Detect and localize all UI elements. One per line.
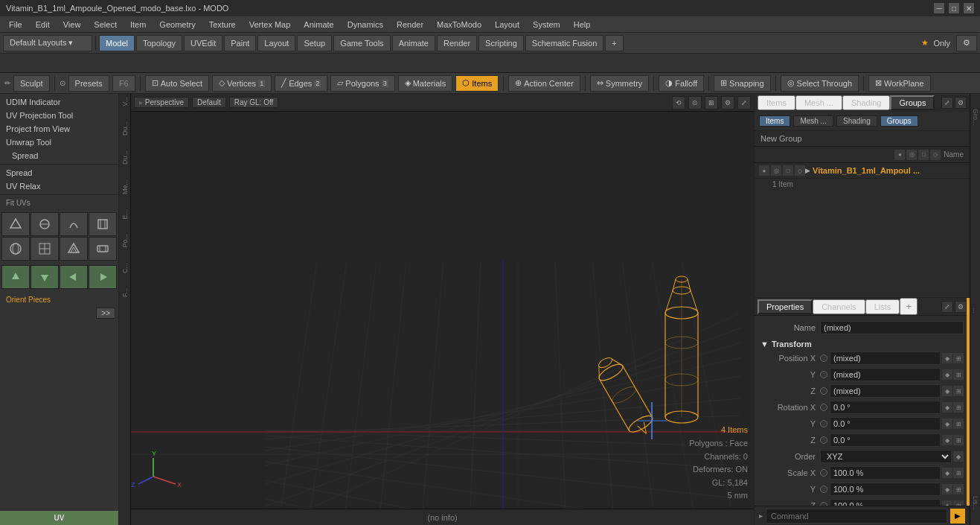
sidebar-item-uv-peeler[interactable]: UV Relax — [0, 179, 118, 193]
tool-btn-2[interactable] — [31, 212, 59, 236]
right-expand-icon[interactable]: ⤢ — [941, 97, 953, 109]
tool-btn-8[interactable] — [89, 237, 117, 261]
arrow-up-btn[interactable] — [1, 265, 30, 289]
pos-y-link-icon[interactable]: ⊞ — [953, 369, 964, 380]
props-tab-add[interactable]: + — [900, 298, 917, 315]
polygons-button[interactable]: ▱ Polygons 3 — [330, 75, 394, 92]
tool-btn-7[interactable] — [60, 237, 88, 261]
edges-button[interactable]: ╱ Edges 2 — [275, 75, 327, 92]
pos-y-input[interactable] — [830, 368, 941, 381]
viewport-expand-icon[interactable]: ⤢ — [737, 96, 751, 109]
select-through-button[interactable]: ◎ Select Through — [781, 75, 859, 92]
items-col-shading-btn[interactable]: Shading — [836, 115, 877, 127]
sidebar-item-uv-projection[interactable]: UV Projection Tool — [0, 109, 118, 122]
maximize-button[interactable]: □ — [949, 3, 959, 13]
pos-z-link-icon[interactable]: ⊞ — [953, 386, 964, 396]
prop-name-input[interactable] — [820, 321, 964, 334]
pos-z-anim-icon[interactable]: ◆ — [942, 386, 952, 396]
tab-animate[interactable]: Animate — [392, 35, 435, 51]
right-tab-shading[interactable]: Shading — [842, 95, 890, 110]
props-settings-icon[interactable]: ⚙ — [955, 301, 967, 313]
table-row[interactable]: ● ◎ □ ◇ ▶ Vitamin_B1_1ml_Ampoul ... — [755, 163, 970, 179]
scale-x-anim-icon[interactable]: ◆ — [942, 468, 952, 478]
rot-y-radio[interactable] — [820, 420, 827, 427]
menu-dynamics[interactable]: Dynamics — [342, 19, 389, 31]
sidebar-item-unwrap[interactable]: Unwrap Tool — [0, 136, 118, 149]
tab-layout[interactable]: Layout — [257, 35, 295, 51]
right-tab-items[interactable]: Items — [758, 95, 795, 110]
scale-z-input[interactable] — [830, 499, 941, 506]
tab-paint[interactable]: Paint — [224, 35, 256, 51]
rot-y-input[interactable] — [830, 417, 941, 430]
arrow-left-btn[interactable] — [60, 265, 88, 289]
materials-button[interactable]: ◈ Materials — [398, 75, 453, 92]
right-tab-mesh[interactable]: Mesh ... — [795, 95, 842, 110]
pos-x-anim-icon[interactable]: ◆ — [942, 353, 952, 363]
rot-x-input[interactable] — [830, 401, 941, 414]
props-tab-lists[interactable]: Lists — [865, 299, 900, 314]
tab-setup[interactable]: Setup — [297, 35, 332, 51]
tab-game-tools[interactable]: Game Tools — [333, 35, 391, 51]
menu-system[interactable]: System — [527, 19, 566, 31]
rot-y-link-icon[interactable]: ⊞ — [953, 419, 964, 429]
rot-x-anim-icon[interactable]: ◆ — [942, 402, 952, 413]
right-settings-icon[interactable]: ⚙ — [955, 97, 967, 109]
menu-help[interactable]: Help — [568, 19, 597, 31]
pos-z-radio[interactable] — [820, 387, 827, 395]
menu-render[interactable]: Render — [391, 19, 429, 31]
tab-render[interactable]: Render — [437, 35, 477, 51]
workplane-button[interactable]: ⊠ WorkPlane — [868, 75, 931, 92]
props-expand-icon[interactable]: ⤢ — [941, 301, 953, 313]
rot-z-anim-icon[interactable]: ◆ — [942, 435, 952, 445]
falloff-button[interactable]: ◑ Falloff — [659, 75, 704, 92]
items-col-mesh-btn[interactable]: Mesh ... — [793, 115, 833, 127]
menu-texture[interactable]: Texture — [203, 19, 242, 31]
viewport-frame-icon[interactable]: ⊞ — [705, 96, 718, 109]
pos-y-radio[interactable] — [820, 371, 827, 378]
symmetry-button[interactable]: ⇔ Symmetry — [590, 75, 650, 92]
menu-item[interactable]: Item — [124, 19, 152, 31]
expand-button[interactable]: >> — [96, 308, 115, 319]
scale-z-link-icon[interactable]: ⊞ — [953, 500, 964, 506]
f6-button[interactable]: F6 — [112, 75, 135, 92]
execute-button[interactable]: ▶ — [950, 509, 965, 524]
scale-x-radio[interactable] — [820, 469, 827, 477]
vertices-button[interactable]: ◇ Vertices 1 — [212, 75, 272, 92]
rot-z-link-icon[interactable]: ⊞ — [953, 435, 964, 445]
arrow-down-btn[interactable] — [31, 265, 59, 289]
menu-geometry[interactable]: Geometry — [153, 19, 201, 31]
rot-x-radio[interactable] — [820, 404, 827, 411]
scale-y-radio[interactable] — [820, 486, 827, 493]
menu-edit[interactable]: Edit — [30, 19, 56, 31]
menu-animate[interactable]: Animate — [298, 19, 339, 31]
tab-uvedit[interactable]: UVEdit — [184, 35, 222, 51]
command-input[interactable] — [766, 509, 947, 524]
sidebar-item-fit-uvs[interactable]: Fit UVs — [0, 197, 118, 209]
tab-topology[interactable]: Topology — [136, 35, 182, 51]
items-col-groups-btn[interactable]: Groups — [880, 115, 918, 127]
menu-select[interactable]: Select — [88, 19, 123, 31]
vis-render-btn[interactable]: ◎ — [771, 165, 781, 176]
menu-vertex-map[interactable]: Vertex Map — [243, 19, 297, 31]
rot-y-anim-icon[interactable]: ◆ — [942, 419, 952, 429]
items-button[interactable]: ⬡ Items — [455, 75, 499, 92]
tab-model[interactable]: Model — [99, 35, 135, 51]
sidebar-item-udim[interactable]: UDIM Indicator — [0, 95, 118, 109]
viewport-settings-icon[interactable]: ⚙ — [721, 96, 734, 109]
viewport-shading-btn[interactable]: Default — [192, 97, 226, 108]
sidebar-item-uv-relax[interactable]: Spread — [0, 166, 118, 179]
order-icon[interactable]: ◆ — [953, 451, 964, 462]
scale-y-input[interactable] — [830, 483, 941, 496]
order-select[interactable]: XYZ — [820, 450, 952, 463]
tool-btn-6[interactable] — [31, 237, 59, 261]
tab-schematic[interactable]: Schematic Fusion — [525, 35, 603, 51]
tab-scripting[interactable]: Scripting — [478, 35, 524, 51]
action-center-button[interactable]: ⊕ Action Center — [508, 75, 580, 92]
pos-x-input[interactable] — [830, 351, 941, 365]
sidebar-item-spread[interactable]: Spread — [0, 149, 118, 162]
scale-x-input[interactable] — [830, 466, 941, 480]
menu-file[interactable]: File — [3, 19, 28, 31]
menu-layout[interactable]: Layout — [489, 19, 525, 31]
rot-x-link-icon[interactable]: ⊞ — [953, 402, 964, 413]
settings-button[interactable]: ⚙ — [956, 35, 977, 51]
